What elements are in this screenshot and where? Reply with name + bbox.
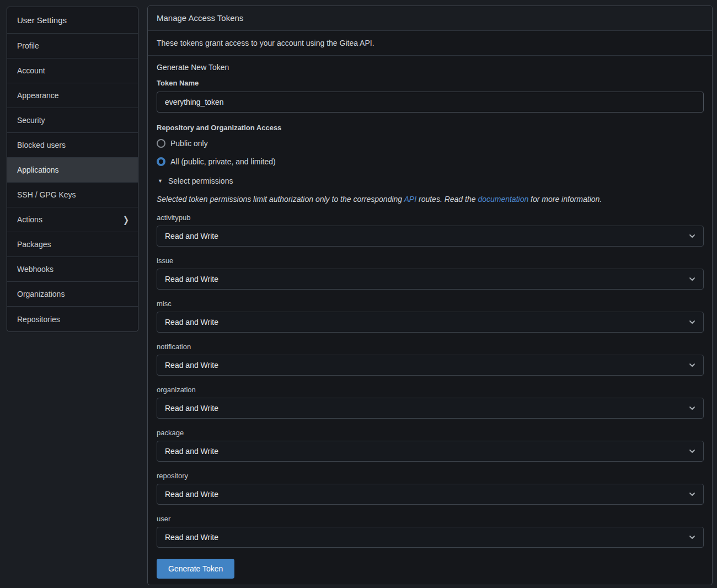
generate-token-button[interactable]: Generate Token xyxy=(157,559,234,579)
access-scope-label: Repository and Organization Access xyxy=(157,124,704,132)
select-permissions-toggle[interactable]: ▼ Select permissions xyxy=(157,177,704,185)
radio-all[interactable]: All (public, private, and limited) xyxy=(157,155,704,168)
sidebar-item-packages[interactable]: Packages xyxy=(7,232,138,257)
chevron-down-icon xyxy=(688,447,696,455)
scope-select-value: Read and Write xyxy=(165,490,218,499)
chevron-down-icon xyxy=(688,275,696,283)
scope-select-issue[interactable]: Read and Write xyxy=(157,269,704,290)
chevron-down-icon xyxy=(688,361,696,369)
scope-select-misc[interactable]: Read and Write xyxy=(157,312,704,333)
token-name-input[interactable] xyxy=(157,92,704,113)
sidebar-item-security[interactable]: Security xyxy=(7,108,138,133)
scope-select-repository[interactable]: Read and Write xyxy=(157,484,704,505)
radio-public-only-label: Public only xyxy=(170,139,208,148)
sidebar-item-profile[interactable]: Profile xyxy=(7,34,138,58)
chevron-right-icon: ❯ xyxy=(123,215,129,225)
select-permissions-label: Select permissions xyxy=(168,177,233,185)
settings-sidebar: User Settings Profile Account Appearance… xyxy=(7,7,138,332)
scope-select-package[interactable]: Read and Write xyxy=(157,441,704,462)
scope-label-organization: organization xyxy=(157,386,704,394)
generate-new-token-heading: Generate New Token xyxy=(157,63,704,72)
token-name-label: Token Name xyxy=(157,79,704,87)
panel-description: These tokens grant access to your accoun… xyxy=(148,31,712,56)
scope-select-organization[interactable]: Read and Write xyxy=(157,398,704,419)
chevron-down-icon xyxy=(688,232,696,240)
page: User Settings Profile Account Appearance… xyxy=(0,0,717,588)
sidebar-item-organizations[interactable]: Organizations xyxy=(7,282,138,307)
scope-select-value: Read and Write xyxy=(165,275,218,284)
radio-all-circle[interactable] xyxy=(157,157,165,166)
sidebar-item-blocked-users[interactable]: Blocked users xyxy=(7,133,138,158)
sidebar-item-appearance[interactable]: Appearance xyxy=(7,83,138,108)
scope-select-value: Read and Write xyxy=(165,447,218,456)
scope-label-notification: notification xyxy=(157,343,704,351)
chevron-down-icon xyxy=(688,318,696,326)
sidebar-title: User Settings xyxy=(7,7,138,34)
scope-select-value: Read and Write xyxy=(165,318,218,327)
scope-label-repository: repository xyxy=(157,472,704,480)
scope-label-package: package xyxy=(157,429,704,437)
scope-label-issue: issue xyxy=(157,256,704,265)
triangle-down-icon: ▼ xyxy=(158,178,163,184)
scope-select-value: Read and Write xyxy=(165,232,218,240)
panel-title: Manage Access Tokens xyxy=(148,6,712,31)
scope-label-misc: misc xyxy=(157,300,704,308)
manage-access-tokens-panel: Manage Access Tokens These tokens grant … xyxy=(147,6,713,585)
radio-public-only-circle[interactable] xyxy=(157,139,165,148)
scope-select-activitypub[interactable]: Read and Write xyxy=(157,226,704,247)
scope-label-activitypub: activitypub xyxy=(157,213,704,222)
sidebar-item-account[interactable]: Account xyxy=(7,58,138,83)
sidebar-item-webhooks[interactable]: Webhooks xyxy=(7,257,138,282)
note-text: Selected token permissions limit authori… xyxy=(157,195,404,204)
radio-all-label: All (public, private, and limited) xyxy=(170,157,276,166)
note-text: routes. Read the xyxy=(416,195,478,204)
generate-token-form: Generate New Token Token Name Repository… xyxy=(148,56,712,585)
sidebar-item-repositories[interactable]: Repositories xyxy=(7,307,138,332)
sidebar-item-actions[interactable]: Actions ❯ xyxy=(7,207,138,232)
chevron-down-icon xyxy=(688,404,696,412)
scope-select-value: Read and Write xyxy=(165,533,218,542)
chevron-down-icon xyxy=(688,490,696,498)
scope-select-user[interactable]: Read and Write xyxy=(157,527,704,548)
api-link[interactable]: API xyxy=(404,195,417,204)
scope-select-value: Read and Write xyxy=(165,404,218,413)
sidebar-item-applications[interactable]: Applications xyxy=(7,158,138,183)
documentation-link[interactable]: documentation xyxy=(478,195,528,204)
scope-label-user: user xyxy=(157,515,704,523)
chevron-down-icon xyxy=(688,533,696,541)
radio-public-only[interactable]: Public only xyxy=(157,137,704,150)
scope-select-value: Read and Write xyxy=(165,361,218,370)
scope-select-notification[interactable]: Read and Write xyxy=(157,355,704,376)
permissions-note: Selected token permissions limit authori… xyxy=(157,195,704,204)
sidebar-item-ssh-gpg-keys[interactable]: SSH / GPG Keys xyxy=(7,183,138,207)
note-text: for more information. xyxy=(528,195,602,204)
